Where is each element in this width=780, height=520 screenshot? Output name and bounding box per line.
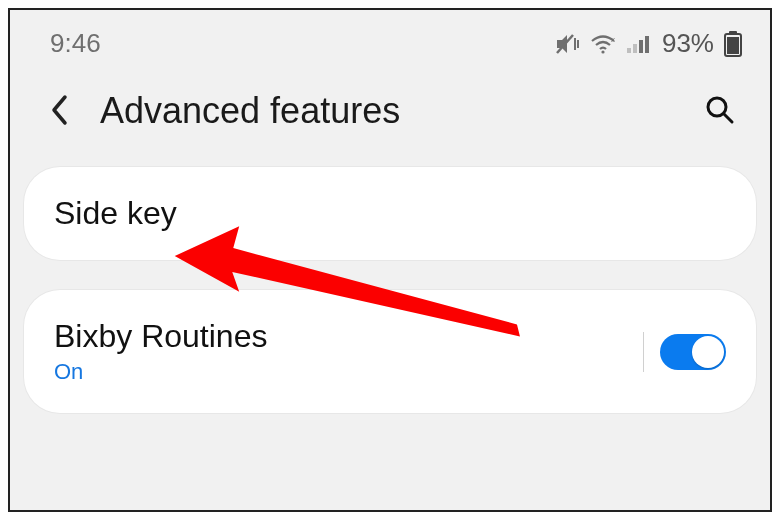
- svg-line-13: [724, 114, 732, 122]
- battery-icon: [724, 31, 742, 57]
- svg-rect-6: [633, 44, 637, 53]
- svg-rect-5: [627, 48, 631, 53]
- search-icon: [704, 94, 736, 129]
- header: Advanced features: [10, 67, 770, 161]
- search-button[interactable]: [698, 89, 742, 133]
- page-title: Advanced features: [100, 90, 680, 132]
- setting-sidekey-title: Side key: [54, 195, 177, 232]
- status-time: 9:46: [50, 28, 101, 59]
- status-right: x 93%: [554, 28, 742, 59]
- chevron-left-icon: [50, 94, 70, 129]
- svg-point-3: [601, 50, 604, 53]
- svg-text:x: x: [611, 35, 615, 44]
- vertical-divider: [643, 332, 644, 372]
- setting-bixby-routines[interactable]: Bixby Routines On: [24, 290, 756, 413]
- svg-rect-11: [727, 37, 739, 54]
- back-button[interactable]: [38, 89, 82, 133]
- svg-rect-7: [639, 40, 643, 53]
- setting-bixby-status: On: [54, 359, 267, 385]
- wifi-icon: x: [590, 34, 616, 54]
- bixby-toggle[interactable]: [660, 334, 726, 370]
- setting-bixby-title: Bixby Routines: [54, 318, 267, 355]
- status-bar: 9:46: [10, 10, 770, 67]
- setting-sidekey[interactable]: Side key: [24, 167, 756, 260]
- toggle-knob: [692, 336, 724, 368]
- device-frame: 9:46: [8, 8, 772, 512]
- mute-vibrate-icon: [554, 32, 580, 56]
- svg-rect-8: [645, 36, 649, 53]
- signal-icon: [626, 34, 650, 54]
- battery-percent: 93%: [662, 28, 714, 59]
